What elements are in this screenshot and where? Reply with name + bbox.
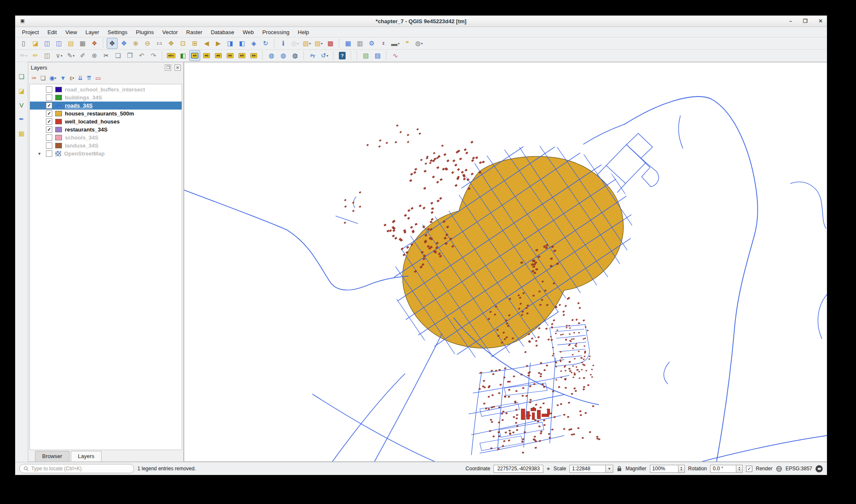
zoom-in-icon[interactable]: ⊕ — [130, 38, 141, 49]
redo-icon[interactable]: ↷ — [148, 50, 159, 61]
globe-box-icon[interactable]: ◪ — [19, 87, 24, 95]
menu-vector[interactable]: Vector — [158, 28, 182, 36]
layer-row-buildings_34s[interactable]: buildings_34S — [30, 94, 182, 102]
expander-icon[interactable]: ▾ — [38, 151, 40, 156]
quill-icon[interactable]: ✒ — [19, 115, 24, 123]
menu-raster[interactable]: Raster — [182, 28, 207, 36]
highlight-pinned-labels-icon[interactable]: ab — [201, 50, 212, 61]
style-manager-icon[interactable]: ❖ — [89, 38, 100, 49]
layer-checkbox[interactable]: ✓ — [46, 110, 52, 117]
show-hidden-labels-icon[interactable]: ab — [213, 50, 224, 61]
python-console-icon[interactable]: Py — [307, 50, 318, 61]
layer-checkbox[interactable] — [46, 142, 52, 149]
show-layout-manager-icon[interactable]: ▦ — [77, 38, 88, 49]
collapse-all-icon[interactable]: ⇈ — [86, 75, 91, 81]
locator-search[interactable]: Type to locate (Ctrl+K) — [19, 464, 134, 473]
minimize-button[interactable]: – — [789, 19, 792, 24]
undo-icon[interactable]: ↶ — [136, 50, 147, 61]
layer-diagram-icon[interactable]: ◧ — [177, 50, 188, 61]
processing-toolbox-icon[interactable]: ⚙ — [366, 38, 377, 49]
metasearch-icon[interactable]: ◍ — [266, 50, 277, 61]
open-project-icon[interactable]: ◪ — [30, 38, 41, 49]
crs-label[interactable]: EPSG:3857 — [786, 466, 812, 472]
paste-features-icon[interactable]: ❐ — [124, 50, 135, 61]
menu-web[interactable]: Web — [239, 28, 258, 36]
run-feature-action-icon[interactable]: ◎▾ — [290, 38, 301, 49]
text-annotation-icon[interactable]: ◍▾ — [413, 38, 424, 49]
menu-database[interactable]: Database — [207, 28, 239, 36]
menu-edit[interactable]: Edit — [43, 28, 61, 36]
filter-by-expression-icon[interactable]: ε▾ — [70, 75, 74, 81]
layer-checkbox[interactable] — [46, 94, 52, 101]
refresh-icon[interactable]: ↻ — [260, 38, 271, 49]
close-panel-icon[interactable]: ✕ — [174, 64, 181, 71]
map-tips-icon[interactable]: ❝ — [402, 38, 413, 49]
zoom-last-icon[interactable]: ◀ — [201, 38, 212, 49]
manage-map-themes-icon[interactable]: ◉▾ — [49, 75, 56, 81]
open-attribute-table-icon[interactable]: ▦ — [343, 38, 354, 49]
menu-help[interactable]: Help — [294, 28, 314, 36]
magnifier-spinbox[interactable]: 100% ▲▼ — [650, 465, 685, 473]
layer-checkbox[interactable] — [46, 134, 52, 141]
layers-stack-icon[interactable]: ❏ — [19, 73, 24, 80]
cut-features-icon[interactable]: ✂ — [101, 50, 112, 61]
scale-combo[interactable]: 1:22848 ▼ — [569, 465, 613, 473]
zoom-next-icon[interactable]: ▶ — [213, 38, 224, 49]
plugin-map-tools-icon[interactable]: ▨ — [372, 50, 383, 61]
toggle-editing-icon[interactable]: ✏ — [30, 50, 41, 61]
rotation-spinbox[interactable]: 0.0 ° ▲▼ — [710, 465, 743, 473]
layer-checkbox[interactable]: ✓ — [46, 118, 52, 125]
modify-attributes-icon[interactable]: ✐ — [77, 50, 88, 61]
zoom-native-icon[interactable]: 1:1 — [154, 38, 165, 49]
pan-to-selection-icon[interactable]: ✥ — [118, 38, 129, 49]
layer-row-restaurants_34s[interactable]: ✓restaurants_34S — [30, 126, 182, 134]
zoom-out-icon[interactable]: ⊖ — [142, 38, 153, 49]
magnifier-spin-arrows[interactable]: ▲▼ — [679, 465, 685, 473]
scale-dropdown-icon[interactable]: ▼ — [606, 465, 613, 473]
save-project-icon[interactable]: ◫ — [42, 38, 53, 49]
identify-features-icon[interactable]: ℹ — [278, 38, 289, 49]
layer-row-roads_34s[interactable]: ✓roads_34S — [30, 102, 182, 110]
layer-checkbox[interactable]: ✓ — [46, 126, 52, 133]
lock-icon[interactable] — [617, 466, 622, 472]
new-3d-map-view-icon[interactable]: ◧ — [236, 38, 247, 49]
crs-globe-icon[interactable] — [776, 466, 782, 472]
layer-row-houses_restaurants_500m[interactable]: ✓houses_restaurants_500m — [30, 110, 182, 118]
menu-layer[interactable]: Layer — [81, 28, 104, 36]
change-label-icon[interactable]: ab — [248, 50, 259, 61]
qgis-hub-icon[interactable]: ◍ — [290, 50, 301, 61]
map-svg[interactable] — [184, 62, 827, 461]
render-checkbox[interactable]: ✓ — [746, 466, 752, 472]
layer-checkbox[interactable]: ✓ — [46, 102, 52, 109]
menu-settings[interactable]: Settings — [103, 28, 131, 36]
digitize-segment-icon[interactable]: ∨▾ — [54, 50, 64, 61]
rotation-spin-arrows[interactable]: ▲▼ — [736, 465, 743, 473]
coordinate-input[interactable]: 2275725,-4029383 — [494, 465, 543, 473]
map-canvas[interactable] — [184, 62, 827, 462]
expand-all-icon[interactable]: ⇊ — [78, 75, 83, 81]
layer-row-schools_34s[interactable]: schools_34S — [30, 134, 182, 142]
tab-layers[interactable]: Layers — [71, 451, 102, 461]
pan-map-icon[interactable]: ✥ — [107, 38, 118, 49]
help-contents-icon[interactable]: ? — [337, 50, 348, 61]
float-panel-icon[interactable]: ❐ — [165, 64, 171, 71]
layer-labeling-icon[interactable]: abc — [166, 50, 177, 61]
select-by-expression-icon[interactable]: ▨▾ — [313, 38, 324, 49]
layer-row-openstreetmap[interactable]: ▾OpenStreetMap — [30, 150, 182, 158]
pin-labels-icon[interactable]: ab — [189, 50, 200, 61]
layer-row-well_located_houses[interactable]: ✓well_located_houses — [30, 118, 182, 126]
zoom-full-icon[interactable]: ✥ — [166, 38, 177, 49]
layer-row-road_school_buffers_intersect[interactable]: road_school_buffers_intersect — [30, 86, 182, 94]
select-features-icon[interactable]: ▧▾ — [301, 38, 312, 49]
layer-row-landuse_34s[interactable]: landuse_34S — [30, 142, 182, 150]
current-edits-icon[interactable]: ✏▾ — [18, 50, 29, 61]
processing-history-icon[interactable]: ↺▾ — [319, 50, 330, 61]
extents-toggle-icon[interactable]: ⌖ — [547, 465, 550, 472]
remove-layer-icon[interactable]: ▭ — [95, 75, 101, 81]
vector-nodes-icon[interactable]: V — [19, 102, 24, 109]
close-button[interactable]: ✕ — [818, 19, 823, 24]
web-service-icon[interactable]: ◍ — [278, 50, 289, 61]
layer-checkbox[interactable] — [46, 86, 52, 93]
measure-icon[interactable]: ▬▾ — [390, 38, 401, 49]
delete-selected-icon[interactable]: ⊗ — [89, 50, 100, 61]
